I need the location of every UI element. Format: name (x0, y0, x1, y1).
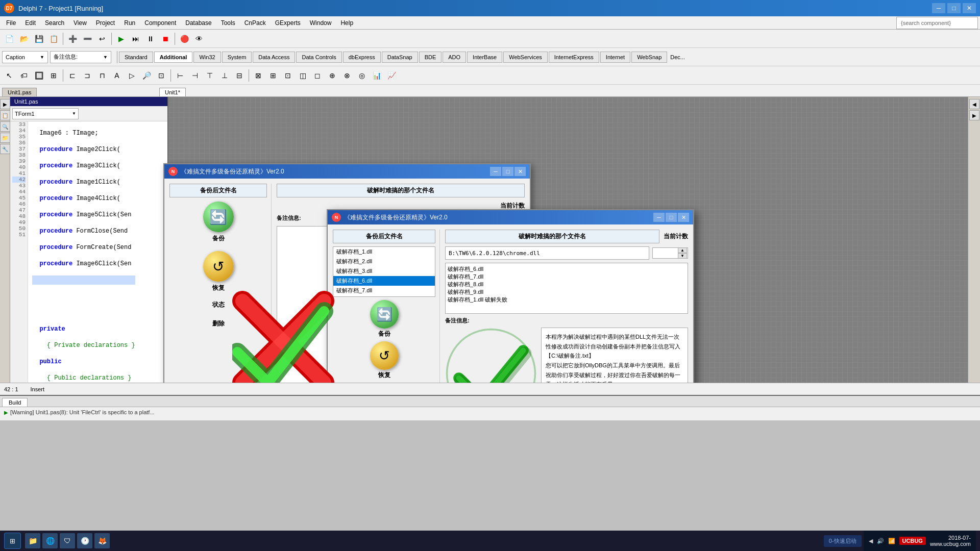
caption-combo[interactable]: Caption ▼ (2, 51, 48, 63)
palette-tab-internet[interactable]: Internet (600, 52, 630, 63)
palette-tab-websnap[interactable]: WebSnap (631, 52, 667, 63)
count-down-button[interactable]: ▼ (678, 253, 687, 259)
design-tool-16[interactable]: ⊟ (232, 68, 247, 83)
sidebar-tool-5[interactable]: 🔧 (0, 144, 10, 154)
palette-tab-dbexpress[interactable]: dbExpress (343, 52, 381, 63)
palette-tab-internetexpress[interactable]: InternetExpress (549, 52, 599, 63)
design-tool-23[interactable]: ⊗ (340, 68, 354, 83)
design-tool-2[interactable]: 🏷 (17, 68, 31, 83)
design-tool-12[interactable]: ⊢ (173, 68, 187, 83)
new-button[interactable]: 📄 (2, 32, 16, 46)
dialog1-backup-icon[interactable]: 🔄 (203, 202, 234, 232)
right-tool-2[interactable]: ▶ (969, 110, 979, 120)
palette-tab-additional[interactable]: Additional (154, 52, 193, 63)
pause-button[interactable]: ⏸ (143, 32, 158, 46)
dialog2-notes-list[interactable]: 破解存档_6.dll 破解存档_7.dll 破解存档_8.dll 破解存档_9.… (445, 263, 688, 314)
sidebar-tool-3[interactable]: 🔍 (0, 121, 10, 132)
palette-tab-win32[interactable]: Win32 (193, 52, 220, 63)
palette-tab-more[interactable]: Dec... (668, 54, 687, 60)
close-button[interactable]: ✕ (963, 3, 976, 13)
sidebar-tool-4[interactable]: 📁 (0, 133, 10, 143)
design-tool-4[interactable]: ⊞ (46, 68, 61, 83)
dialog2-minimize[interactable]: ─ (653, 213, 665, 222)
unit-tab[interactable]: Unit1* (159, 88, 186, 96)
menu-project[interactable]: Project (92, 18, 119, 28)
dialog2-close[interactable]: ✕ (678, 213, 689, 222)
file-item-3[interactable]: 破解存档_3.dll (333, 266, 435, 276)
sidebar-tool-2[interactable]: 📋 (0, 110, 10, 120)
maximize-button[interactable]: □ (947, 3, 961, 13)
design-tool-5[interactable]: ⊏ (65, 68, 80, 83)
minimize-button[interactable]: ─ (932, 3, 945, 13)
menu-search[interactable]: Search (41, 18, 68, 28)
menu-view[interactable]: View (69, 18, 91, 28)
design-tool-10[interactable]: 🔎 (139, 68, 154, 83)
dialog1-maximize[interactable]: □ (502, 167, 513, 176)
search-component-input[interactable]: {search component} (901, 20, 951, 26)
design-tool-22[interactable]: ⊕ (325, 68, 339, 83)
palette-tab-datasnap[interactable]: DataSnap (382, 52, 418, 63)
design-tool-20[interactable]: ◫ (296, 68, 310, 83)
stop-button[interactable]: ⏹ (158, 32, 173, 46)
palette-tab-system[interactable]: System (222, 52, 252, 63)
menu-file[interactable]: File (2, 18, 20, 28)
watch-button[interactable]: 👁 (192, 32, 206, 46)
run-button[interactable]: ▶ (114, 32, 128, 46)
dialog2-info-text[interactable]: 本程序为解决破解过程中遇到的某些DLL文件无法一次性修改成功而设计自动创建备份副… (541, 328, 688, 383)
count-up-button[interactable]: ▲ (678, 247, 687, 253)
dialog1-minimize[interactable]: ─ (490, 167, 501, 176)
add-button[interactable]: ➕ (65, 32, 80, 46)
design-tool-8[interactable]: A (110, 68, 124, 83)
dialog2-title-bar[interactable]: N 《难搞文件多级备份还原精灵》Ver2.0 ─ □ ✕ (328, 210, 693, 224)
menu-database[interactable]: Database (181, 18, 215, 28)
design-tool-11[interactable]: ⊡ (154, 68, 168, 83)
design-tool-7[interactable]: ⊓ (95, 68, 109, 83)
menu-window[interactable]: Window (306, 18, 336, 28)
taskbar-shield-btn[interactable]: 🛡 (60, 533, 75, 548)
taskbar-file-btn[interactable]: 📁 (25, 533, 40, 548)
design-tool-3[interactable]: 🔲 (32, 68, 46, 83)
right-tool-1[interactable]: ◀ (969, 99, 979, 109)
design-tool-14[interactable]: ⊤ (203, 68, 217, 83)
dialog2-maximize[interactable]: □ (666, 213, 677, 222)
save-button[interactable]: 💾 (32, 32, 46, 46)
design-tool-24[interactable]: ◎ (355, 68, 369, 83)
menu-gexperts[interactable]: GExperts (271, 18, 305, 28)
file-item-2[interactable]: 破解存档_2.dll (333, 257, 435, 266)
taskbar-clock-btn[interactable]: 🕐 (77, 533, 92, 548)
dialog1-title-bar[interactable]: N 《难搞文件多级备份还原精灵》Ver2.0 ─ □ ✕ (164, 164, 530, 179)
menu-help[interactable]: Help (336, 18, 357, 28)
palette-tab-data-access[interactable]: Data Access (253, 52, 295, 63)
dialog1-restore-icon[interactable]: ↺ (203, 251, 234, 282)
tray-arrow[interactable]: ◀ (869, 538, 873, 544)
dialog2-file-list[interactable]: 破解存档_1.dll 破解存档_2.dll 破解存档_3.dll 破解存档_6.… (333, 246, 435, 297)
editor-body[interactable]: 3334353637 38394041 42 4344454647 484950… (10, 121, 167, 383)
design-tool-15[interactable]: ⊥ (217, 68, 232, 83)
menu-edit[interactable]: Edit (21, 18, 40, 28)
undo-button[interactable]: ↩ (95, 32, 109, 46)
sidebar-tool-1[interactable]: ▶ (0, 99, 10, 109)
file-item-1[interactable]: 破解存档_1.dll (333, 247, 435, 257)
design-tool-13[interactable]: ⊣ (188, 68, 202, 83)
file-item-6[interactable]: 破解存档_8.dll (333, 295, 435, 297)
breakpoint-button[interactable]: 🔴 (177, 32, 191, 46)
start-button[interactable]: ⊞ (4, 533, 21, 549)
dialog2-restore-icon[interactable]: ↺ (370, 341, 399, 370)
menu-run[interactable]: Run (120, 18, 139, 28)
file-item-4[interactable]: 破解存档_6.dll (333, 276, 435, 286)
design-tool-1[interactable]: ↖ (2, 68, 16, 83)
design-tool-19[interactable]: ⊡ (281, 68, 295, 83)
quick-launch-label[interactable]: 0-快速启动 (824, 535, 862, 547)
design-tool-18[interactable]: ⊞ (266, 68, 280, 83)
save-all-button[interactable]: 📋 (46, 32, 61, 46)
file-panel-tab[interactable]: Unit1.pas (2, 88, 37, 96)
open-button[interactable]: 📂 (17, 32, 31, 46)
design-tool-26[interactable]: 📈 (384, 68, 399, 83)
component-combo[interactable]: TForm1 ▼ (12, 108, 79, 119)
build-tab[interactable]: Build (2, 398, 28, 407)
design-tool-25[interactable]: 📊 (370, 68, 384, 83)
menu-tools[interactable]: Tools (217, 18, 239, 28)
dialog2-backup-icon[interactable]: 🔄 (370, 300, 399, 329)
design-tool-6[interactable]: ⊐ (80, 68, 94, 83)
search-component-box[interactable]: {search component} (896, 17, 978, 29)
